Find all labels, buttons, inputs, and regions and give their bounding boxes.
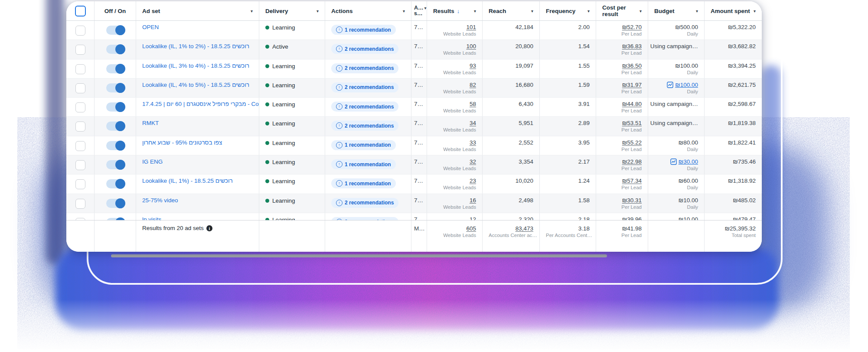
- budget-value[interactable]: ₪80.00: [679, 139, 698, 146]
- cost-per-result-value[interactable]: ₪31.97: [622, 82, 642, 88]
- ad-set-name-link[interactable]: Lookalike (IL, 1% to 2%) - 18.5.25 רוכשי…: [142, 43, 249, 49]
- column-header-actions[interactable]: Actions ▾: [325, 1, 411, 20]
- budget-value[interactable]: ₪100.00: [675, 81, 698, 89]
- results-value[interactable]: 93: [470, 63, 476, 69]
- results-value[interactable]: 33: [470, 139, 476, 146]
- budget-value[interactable]: Using campaign…: [650, 43, 698, 50]
- column-header-amount-spent[interactable]: Amount spent ▾: [705, 1, 762, 20]
- results-value[interactable]: 82: [470, 82, 476, 88]
- cost-per-result-value[interactable]: ₪36.83: [622, 43, 642, 49]
- ad-set-on-toggle[interactable]: [106, 45, 124, 54]
- budget-value[interactable]: Using campaign…: [650, 100, 698, 108]
- ad-set-name-link[interactable]: OPEN: [142, 24, 159, 30]
- ad-set-name-link[interactable]: RMKT: [142, 120, 159, 126]
- column-header-delivery[interactable]: Delivery ▾: [259, 1, 325, 20]
- ad-set-name-link[interactable]: Lookalike (IL, 1%) - 18.5.25 רוכשים: [142, 178, 233, 184]
- results-value[interactable]: 101: [466, 24, 476, 30]
- results-value[interactable]: 23: [470, 178, 476, 184]
- info-icon[interactable]: i: [206, 225, 212, 231]
- budget-value[interactable]: ₪500.00: [675, 23, 698, 31]
- row-checkbox[interactable]: [75, 218, 85, 220]
- recommendations-pill[interactable]: ↑ 1 recommendation: [331, 178, 396, 188]
- chevron-down-icon[interactable]: ▾: [317, 9, 319, 13]
- ad-set-on-toggle[interactable]: [106, 122, 124, 131]
- row-checkbox[interactable]: [75, 64, 85, 74]
- select-all-checkbox[interactable]: [75, 6, 86, 16]
- row-checkbox[interactable]: [75, 199, 85, 209]
- column-header-results[interactable]: Results ↓ ▾: [427, 1, 483, 20]
- column-header-attribution-setting[interactable]: A… ▾ s…: [411, 1, 427, 20]
- ad-set-name-link[interactable]: IG ENG: [142, 158, 163, 165]
- cost-per-result-value[interactable]: ₪36.50: [622, 63, 642, 69]
- budget-value[interactable]: Using campaign…: [650, 119, 698, 127]
- ad-set-on-toggle[interactable]: [106, 218, 124, 220]
- cost-per-result-value[interactable]: ₪22.98: [622, 158, 642, 165]
- recommendations-pill[interactable]: ↑ 2 recommendations: [331, 44, 398, 54]
- sort-descending-icon[interactable]: ↓: [457, 8, 460, 14]
- budget-value[interactable]: ₪30.00: [679, 158, 698, 165]
- budget-value[interactable]: ₪10.00: [679, 216, 698, 220]
- recommendations-pill[interactable]: ↑ 2 recommendations: [331, 63, 398, 73]
- column-header-cost-per-result[interactable]: Cost per result ▾: [596, 1, 648, 20]
- results-value[interactable]: 16: [470, 197, 476, 204]
- chevron-down-icon[interactable]: ▾: [696, 9, 698, 13]
- summary-reach-value[interactable]: 83,473: [516, 225, 533, 232]
- recommendations-pill[interactable]: ↑ 2 recommendations: [331, 198, 398, 208]
- recommendations-pill[interactable]: ↑ 2 recommendations: [331, 82, 398, 92]
- cost-per-result-value[interactable]: ₪57.34: [622, 178, 642, 184]
- budget-value[interactable]: ₪100.00: [675, 62, 698, 69]
- row-checkbox[interactable]: [75, 179, 85, 189]
- chevron-down-icon[interactable]: ▾: [251, 9, 253, 13]
- cost-per-result-value[interactable]: ₪52.70: [622, 24, 642, 30]
- chevron-down-icon[interactable]: ▾: [587, 9, 590, 13]
- recommendations-pill[interactable]: ↑ 1 recommendation: [331, 159, 396, 169]
- horizontal-scrollbar[interactable]: [111, 254, 607, 257]
- row-checkbox[interactable]: [75, 83, 85, 93]
- recommendations-pill[interactable]: ↑ 1 recommendation: [331, 25, 396, 35]
- column-header-frequency[interactable]: Frequency ▾: [540, 1, 596, 20]
- cost-per-result-value[interactable]: ₪55.22: [622, 139, 642, 146]
- chevron-down-icon[interactable]: ▾: [640, 9, 642, 13]
- results-value[interactable]: 100: [466, 43, 476, 49]
- budget-value[interactable]: ₪60.00: [679, 177, 698, 184]
- ad-set-on-toggle[interactable]: [106, 160, 124, 169]
- ad-set-on-toggle[interactable]: [106, 199, 124, 208]
- row-checkbox[interactable]: [75, 160, 85, 170]
- ad-set-name-link[interactable]: 17.4.25 | מבקרי פרופיל אינסטגרם | 60 יום…: [142, 101, 259, 107]
- chevron-down-icon[interactable]: ▾: [531, 9, 533, 13]
- row-checkbox[interactable]: [75, 45, 85, 55]
- row-checkbox[interactable]: [75, 122, 85, 132]
- ad-set-name-link[interactable]: צפו בסרטונים 95% - שבוע אחרון: [142, 139, 222, 146]
- results-value[interactable]: 12: [470, 216, 476, 220]
- summary-results-value[interactable]: 605: [466, 225, 476, 232]
- cost-per-result-value[interactable]: ₪53.51: [622, 120, 642, 126]
- column-header-reach[interactable]: Reach ▾: [483, 1, 540, 20]
- ad-set-name-link[interactable]: lp visits: [142, 216, 161, 220]
- cost-per-result-value[interactable]: ₪39.96: [622, 216, 642, 220]
- recommendations-pill[interactable]: ↑ 2 recommendations: [331, 102, 398, 112]
- budget-value[interactable]: ₪10.00: [679, 197, 698, 204]
- results-value[interactable]: 32: [470, 158, 476, 165]
- ad-set-name-link[interactable]: 25-75% video: [142, 197, 178, 204]
- results-value[interactable]: 34: [470, 120, 476, 126]
- column-header-ad-set[interactable]: Ad set ▾: [136, 1, 259, 20]
- column-header-budget[interactable]: Budget ▾: [648, 1, 705, 20]
- ad-set-on-toggle[interactable]: [106, 102, 124, 112]
- ad-set-on-toggle[interactable]: [106, 141, 124, 150]
- cost-per-result-value[interactable]: ₪44.80: [622, 101, 642, 107]
- ad-set-name-link[interactable]: Lookalike (IL, 4% to 5%) - 18.5.25 רוכשי…: [142, 82, 249, 88]
- chevron-down-icon[interactable]: ▾: [424, 5, 427, 11]
- ad-set-name-link[interactable]: Lookalike (IL, 3% to 4%) - 18.5.25 רוכשי…: [142, 63, 249, 69]
- recommendations-pill[interactable]: ↑ 1 recommendation: [331, 140, 396, 150]
- ad-set-on-toggle[interactable]: [106, 64, 124, 73]
- ad-set-on-toggle[interactable]: [106, 83, 124, 92]
- ad-set-on-toggle[interactable]: [106, 26, 124, 35]
- results-value[interactable]: 58: [470, 101, 476, 107]
- recommendations-pill[interactable]: ↑ 2 recommendations: [331, 121, 398, 131]
- row-checkbox[interactable]: [75, 102, 85, 112]
- row-checkbox[interactable]: [75, 141, 85, 151]
- chevron-down-icon[interactable]: ▾: [403, 9, 405, 13]
- recommendations-pill[interactable]: ↑ 2 recommendations: [331, 217, 398, 220]
- ad-set-on-toggle[interactable]: [106, 179, 124, 188]
- chevron-down-icon[interactable]: ▾: [754, 9, 756, 13]
